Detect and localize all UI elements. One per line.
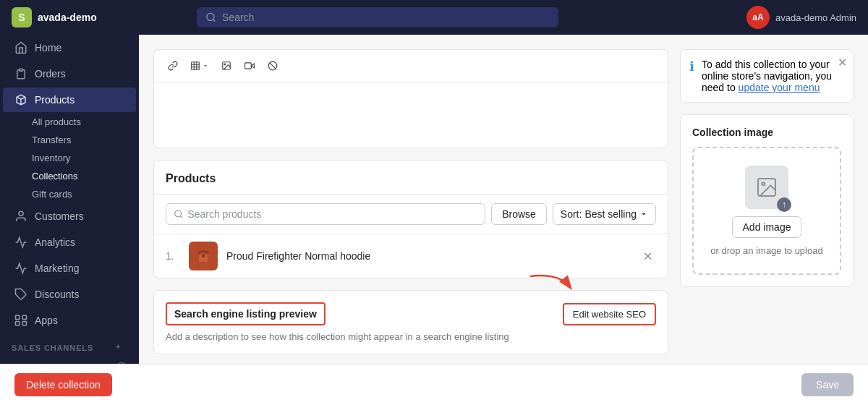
search-icon	[205, 12, 216, 23]
editor-card	[153, 49, 668, 148]
sidebar-item-marketing[interactable]: Marketing	[3, 256, 136, 281]
sidebar-item-inventory[interactable]: Inventory	[3, 149, 136, 167]
search-bar	[197, 7, 558, 27]
home-icon	[14, 41, 27, 54]
browse-button[interactable]: Browse	[491, 203, 547, 225]
shopify-icon: S	[12, 7, 32, 27]
sidebar-item-orders[interactable]: Orders	[3, 61, 136, 86]
sidebar-item-customers[interactable]: Customers	[3, 204, 136, 229]
sidebar-label-analytics: Analytics	[35, 236, 75, 248]
seo-preview-title: Search engine listing preview	[166, 302, 326, 325]
top-navigation: S avada-demo aA avada-demo Admin	[0, 0, 868, 35]
sidebar-label-home: Home	[35, 42, 61, 54]
upload-icon: ↑	[777, 197, 791, 212]
sidebar-label-discounts: Discounts	[35, 289, 79, 300]
product-row: 1. Proud Firefighter Normal hoodie ✕	[154, 234, 668, 278]
svg-point-23	[762, 182, 765, 185]
link-button[interactable]	[163, 56, 183, 76]
seo-description: Add a description to see how this collec…	[166, 331, 656, 342]
sort-value: Best selling	[584, 208, 637, 220]
sidebar-item-home[interactable]: Home	[3, 35, 136, 60]
sidebar-label-apps: Apps	[35, 315, 58, 326]
svg-rect-14	[245, 63, 252, 69]
edit-seo-button[interactable]: Edit website SEO	[563, 303, 656, 325]
main-content: Products Browse Sort: Best selling 1.	[139, 35, 868, 364]
analytics-icon	[14, 236, 27, 249]
navigation-notification: ✕ ℹ To add this collection to your onlin…	[680, 49, 854, 103]
apps-icon	[14, 314, 27, 327]
image-button[interactable]	[216, 56, 237, 76]
collection-image-title: Collection image	[692, 127, 841, 138]
sort-chevron-icon	[639, 210, 648, 218]
save-button[interactable]: Save	[801, 373, 854, 396]
placeholder-image-icon	[755, 176, 778, 199]
editor-body[interactable]	[154, 82, 668, 148]
search-input-wrap[interactable]	[197, 7, 558, 27]
products-icon	[14, 93, 27, 106]
svg-point-2	[19, 211, 23, 216]
sidebar-label-orders: Orders	[35, 68, 66, 80]
seo-section: Search engine listing preview Edit websi…	[154, 291, 668, 354]
sidebar-item-discounts[interactable]: Discounts	[3, 282, 136, 307]
video-button[interactable]	[239, 56, 260, 76]
sidebar-item-online-store[interactable]: Online Store	[0, 357, 139, 364]
orders-icon	[14, 67, 27, 80]
sidebar-item-transfers[interactable]: Transfers	[3, 131, 136, 149]
svg-rect-1	[20, 69, 23, 71]
discounts-icon	[14, 288, 27, 301]
customers-icon	[14, 210, 27, 223]
sidebar-label-marketing: Marketing	[35, 263, 79, 274]
add-sales-channel-icon[interactable]: +	[116, 342, 127, 354]
update-menu-link[interactable]: update your menu	[739, 82, 820, 93]
svg-rect-6	[16, 322, 20, 325]
sidebar-item-gift-cards[interactable]: Gift cards	[3, 185, 136, 203]
sidebar-label-all-products: All products	[32, 116, 81, 127]
svg-rect-20	[202, 255, 205, 257]
drop-text: or drop an image to upload	[710, 245, 822, 256]
sidebar-label-products: Products	[35, 94, 75, 106]
store-logo[interactable]: S avada-demo	[12, 7, 97, 27]
sidebar-item-all-products[interactable]: All products	[3, 113, 136, 131]
svg-rect-4	[16, 315, 20, 319]
table-dropdown-button[interactable]	[186, 56, 213, 76]
svg-marker-13	[251, 64, 254, 68]
sort-label: Sort:	[561, 208, 582, 220]
svg-point-17	[175, 210, 182, 217]
layout: Home Orders Products All products Transf…	[0, 35, 868, 364]
products-search-wrap[interactable]	[166, 203, 485, 225]
block-button[interactable]	[263, 56, 283, 76]
notification-close-button[interactable]: ✕	[838, 56, 847, 69]
search-input[interactable]	[222, 12, 550, 23]
svg-rect-5	[22, 315, 26, 319]
product-name: Proud Firefighter Normal hoodie	[226, 250, 630, 262]
admin-name: avada-demo Admin	[775, 12, 856, 23]
sidebar-label-gift-cards: Gift cards	[32, 189, 72, 200]
add-image-button[interactable]: Add image	[732, 216, 802, 238]
admin-avatar: aA	[746, 6, 770, 29]
delete-collection-button[interactable]: Delete collection	[14, 373, 112, 396]
editor-toolbar	[154, 50, 668, 82]
image-drop-zone[interactable]: ↑ Add image or drop an image to upload	[692, 147, 841, 275]
search-products-icon	[174, 209, 183, 219]
seo-card: Search engine listing preview Edit websi…	[153, 290, 668, 354]
nav-right: aA avada-demo Admin	[746, 6, 856, 29]
sidebar-item-apps[interactable]: Apps	[3, 308, 136, 333]
svg-point-12	[224, 64, 226, 65]
sidebar-label-inventory: Inventory	[32, 153, 70, 163]
svg-rect-7	[22, 322, 26, 325]
bottom-bar: Delete collection Save	[0, 364, 868, 405]
sales-channels-label: SALES CHANNELS +	[0, 333, 139, 357]
products-section-title: Products	[154, 161, 668, 195]
product-number: 1.	[166, 250, 180, 262]
sidebar-label-customers: Customers	[35, 210, 84, 222]
image-placeholder: ↑	[745, 166, 788, 209]
sidebar-item-products[interactable]: Products	[3, 88, 136, 112]
sidebar-item-analytics[interactable]: Analytics	[3, 230, 136, 255]
marketing-icon	[14, 262, 27, 275]
sort-select[interactable]: Sort: Best selling	[553, 203, 656, 225]
search-products-input[interactable]	[187, 208, 477, 220]
sidebar-item-collections[interactable]: Collections	[3, 167, 136, 185]
collection-image-card: Collection image ↑ Add image or drop an …	[680, 114, 854, 287]
sidebar-label-transfers: Transfers	[32, 135, 71, 145]
product-remove-button[interactable]: ✕	[639, 247, 656, 265]
